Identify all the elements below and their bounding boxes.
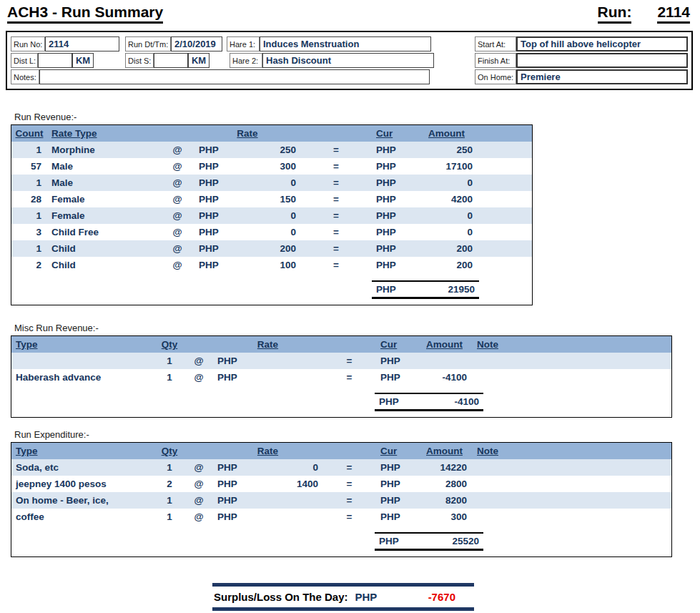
column-header-rate: Rate	[213, 339, 322, 350]
column-header-note: Note	[471, 339, 543, 350]
cell-rate-currency: PHP	[213, 479, 255, 489]
cell-equals-sign: =	[322, 372, 376, 383]
start-at-field[interactable]: Top of hill above helicopter	[516, 36, 688, 52]
surplus-amount: -7670	[428, 591, 455, 603]
cell-count: 1	[11, 243, 47, 254]
cell-at-sign: @	[160, 243, 194, 254]
cell-rate: 0	[236, 210, 300, 221]
hare1-field[interactable]: Induces Menstruation	[260, 36, 431, 52]
cell-at-sign: @	[184, 511, 213, 522]
hare2-field[interactable]: Hash Discount	[262, 53, 434, 68]
cell-count: 3	[11, 227, 47, 237]
cell-at-sign: @	[184, 479, 213, 489]
table-row: jeepney 1400 pesos 2 @ PHP 1400 = PHP 28…	[11, 476, 671, 492]
run-revenue-section-label: Run Revenue:-	[14, 112, 700, 122]
misc-revenue-total-amount: -4100	[454, 396, 479, 407]
notes-field[interactable]	[39, 69, 430, 84]
column-header-count: Count	[11, 128, 47, 139]
cell-at-sign: @	[160, 260, 194, 270]
cell-rate: 150	[236, 194, 300, 205]
run-no-field[interactable]: 2114	[45, 36, 119, 52]
expenditure-total-currency: PHP	[379, 536, 399, 546]
table-row: 1 @ PHP = PHP	[11, 353, 671, 369]
dist-s-label: Dist S:	[125, 53, 154, 68]
hare1-label: Hare 1:	[227, 36, 260, 52]
cell-rate-currency: PHP	[213, 372, 255, 383]
cell-at-sign: @	[184, 355, 213, 366]
column-header-cur: Cur	[372, 128, 416, 139]
hare2-label: Hare 2:	[230, 53, 262, 68]
cell-count: 1	[11, 144, 47, 155]
surplus-label: Surplus/Loss On The Day:	[214, 591, 348, 603]
cell-currency: PHP	[372, 210, 416, 221]
cell-at-sign: @	[160, 161, 194, 172]
cell-rate: 200	[236, 243, 300, 254]
cell-rate-currency: PHP	[194, 161, 236, 172]
expenditure-table-header: Type Qty Rate Cur Amount Note	[11, 443, 671, 459]
cell-at-sign: @	[160, 177, 194, 188]
cell-currency: PHP	[376, 495, 418, 506]
cell-rate: 0	[236, 177, 300, 188]
column-header-rate: Rate	[194, 128, 300, 139]
cell-equals-sign: =	[322, 462, 376, 473]
run-header-form: Run No: 2114 Run Dt/Tm: 2/10/2019 Hare 1…	[6, 31, 693, 90]
cell-currency: PHP	[372, 144, 416, 155]
cell-rate-type: Female	[47, 194, 160, 205]
run-date-field[interactable]: 2/10/2019	[171, 36, 222, 52]
cell-qty: 1	[154, 495, 184, 506]
dist-s-field[interactable]	[154, 53, 188, 68]
column-header-qty: Qty	[154, 446, 184, 456]
table-row: Haberash advance 1 @ PHP = PHP -4100	[11, 369, 671, 386]
column-header-amount: Amount	[418, 339, 471, 350]
cell-rate-currency: PHP	[194, 227, 236, 237]
table-row: coffee 1 @ PHP = PHP 300	[11, 509, 671, 525]
cell-rate: 300	[236, 161, 300, 172]
cell-amount: 250	[416, 144, 477, 155]
column-header-cur: Cur	[376, 446, 418, 456]
header-row-2: Dist L: KM Dist S: KM Hare 2: Hash Disco…	[11, 53, 688, 68]
cell-rate-currency: PHP	[213, 511, 255, 522]
cell-type: Haberash advance	[11, 372, 154, 383]
cell-equals-sign: =	[300, 177, 372, 188]
cell-rate-type: Child Free	[47, 227, 160, 237]
table-row: 1 Female @ PHP 0 = PHP 0	[11, 207, 532, 224]
finish-at-field[interactable]	[516, 53, 688, 68]
cell-rate-type: Child	[47, 260, 160, 270]
misc-revenue-table-header: Type Qty Rate Cur Amount Note	[11, 336, 671, 353]
cell-amount: 8200	[418, 495, 471, 506]
title-bar: ACH3 - Run Summary Run: 2114	[0, 0, 700, 24]
dist-l-field[interactable]	[38, 53, 72, 68]
run-date-label: Run Dt/Tm:	[125, 36, 171, 52]
cell-rate-currency: PHP	[213, 495, 255, 506]
misc-revenue-total-currency: PHP	[379, 396, 399, 407]
column-header-rate: Rate	[213, 446, 322, 456]
cell-currency: PHP	[372, 260, 416, 270]
column-header-cur: Cur	[376, 339, 418, 350]
cell-qty: 1	[154, 355, 184, 366]
cell-amount: 0	[416, 210, 477, 221]
run-number-group: Run: 2114	[598, 4, 690, 24]
surplus-row: Surplus/Loss On The Day: PHP -7670	[212, 587, 474, 607]
run-revenue-total: PHP 21950	[372, 280, 479, 299]
cell-rate: 1400	[255, 479, 322, 489]
column-header-rate-type: Rate Type	[47, 128, 160, 139]
misc-revenue-total: PHP -4100	[375, 393, 483, 411]
expenditure-table: Type Qty Rate Cur Amount Note Soda, etc …	[11, 442, 672, 557]
column-header-amount: Amount	[418, 446, 471, 456]
cell-at-sign: @	[184, 372, 213, 383]
cell-qty: 1	[154, 372, 184, 383]
column-header-type: Type	[11, 446, 154, 456]
page-title: ACH3 - Run Summary	[7, 4, 163, 24]
start-at-group: Start At: Top of hill above helicopter	[475, 36, 688, 52]
misc-revenue-section-label: Misc Run Revenue:-	[14, 323, 700, 333]
surplus-currency: PHP	[355, 591, 378, 603]
on-home-field[interactable]: Premiere	[516, 69, 688, 84]
expenditure-total-amount: 25520	[452, 536, 479, 546]
table-row: 2 Child @ PHP 100 = PHP 200	[11, 257, 532, 273]
on-home-group: On Home: Premiere	[475, 69, 688, 84]
run-label: Run:	[598, 4, 632, 24]
run-revenue-total-row: PHP 21950	[11, 280, 532, 299]
cell-amount: 300	[418, 511, 471, 522]
cell-count: 1	[11, 210, 47, 221]
cell-currency: PHP	[372, 177, 416, 188]
